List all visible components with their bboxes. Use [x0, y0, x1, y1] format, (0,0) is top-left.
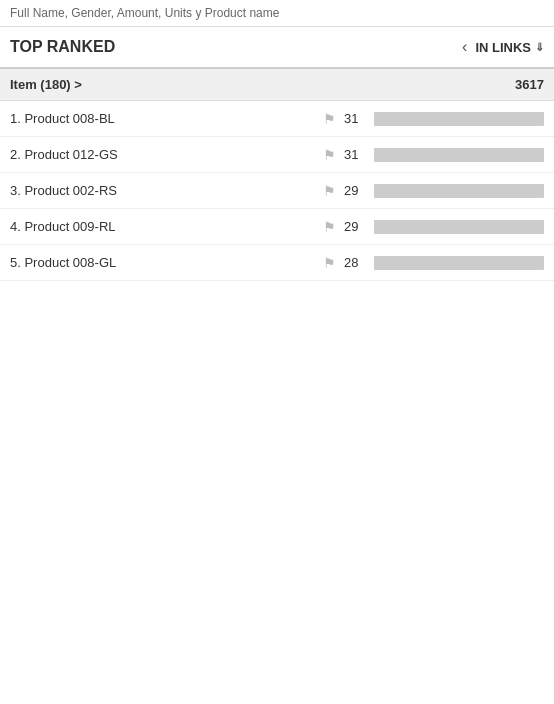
bar-container: 29	[344, 183, 544, 198]
table-row: 5. Product 008-GL ⚑ 28	[0, 245, 554, 281]
row-label: 2. Product 012-GS	[10, 147, 323, 162]
nav-back-button[interactable]: ‹	[454, 38, 475, 56]
bar-container: 31	[344, 111, 544, 126]
subtitle-text: Full Name, Gender, Amount, Units y Produ…	[10, 6, 279, 20]
bar-fill	[374, 184, 534, 198]
table-row: 3. Product 002-RS ⚑ 29	[0, 173, 554, 209]
summary-value: 3617	[515, 77, 544, 92]
bar-fill	[374, 148, 544, 162]
bar-value: 29	[344, 219, 368, 234]
bar-track	[374, 112, 544, 126]
bar-container: 28	[344, 255, 544, 270]
table-row: 2. Product 012-GS ⚑ 31	[0, 137, 554, 173]
summary-label: Item (180) >	[10, 77, 515, 92]
row-label: 4. Product 009-RL	[10, 219, 323, 234]
bar-value: 29	[344, 183, 368, 198]
bar-value: 31	[344, 111, 368, 126]
bar-track	[374, 256, 544, 270]
bar-fill	[374, 112, 544, 126]
header-title: TOP RANKED	[10, 38, 454, 56]
bar-track	[374, 220, 544, 234]
bar-value: 31	[344, 147, 368, 162]
summary-row[interactable]: Item (180) > 3617	[0, 69, 554, 101]
bookmark-icon[interactable]: ⚑	[323, 255, 336, 271]
bar-container: 31	[344, 147, 544, 162]
bookmark-icon[interactable]: ⚑	[323, 183, 336, 199]
bookmark-icon[interactable]: ⚑	[323, 219, 336, 235]
sort-icon: ⇓	[535, 41, 544, 54]
bar-track	[374, 148, 544, 162]
row-label: 5. Product 008-GL	[10, 255, 323, 270]
bar-container: 29	[344, 219, 544, 234]
bar-track	[374, 184, 544, 198]
row-label: 3. Product 002-RS	[10, 183, 323, 198]
bar-fill	[374, 256, 527, 270]
column-label: IN LINKS ⇓	[475, 40, 544, 55]
header-row: TOP RANKED ‹ IN LINKS ⇓	[0, 27, 554, 69]
row-label: 1. Product 008-BL	[10, 111, 323, 126]
bookmark-icon[interactable]: ⚑	[323, 147, 336, 163]
table-row: 4. Product 009-RL ⚑ 29	[0, 209, 554, 245]
subtitle-bar: Full Name, Gender, Amount, Units y Produ…	[0, 0, 554, 27]
table-row: 1. Product 008-BL ⚑ 31	[0, 101, 554, 137]
bar-fill	[374, 220, 534, 234]
bar-value: 28	[344, 255, 368, 270]
bookmark-icon[interactable]: ⚑	[323, 111, 336, 127]
ranked-list: 1. Product 008-BL ⚑ 31 2. Product 012-GS…	[0, 101, 554, 281]
